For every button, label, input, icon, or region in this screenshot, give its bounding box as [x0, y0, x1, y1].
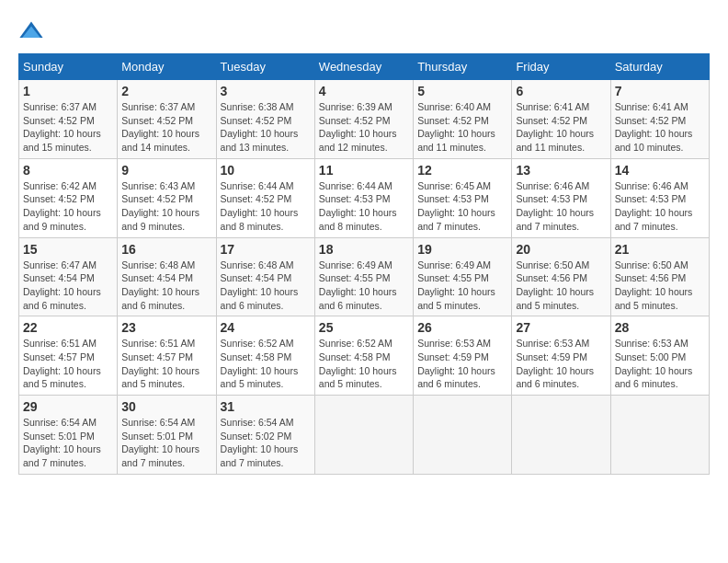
- calendar-cell: 29 Sunrise: 6:54 AMSunset: 5:01 PMDaylig…: [19, 396, 118, 475]
- day-number: 17: [221, 242, 311, 257]
- day-number: 16: [121, 242, 211, 257]
- day-number: 10: [221, 163, 311, 178]
- day-number: 7: [615, 84, 705, 98]
- calendar-table: SundayMondayTuesdayWednesdayThursdayFrid…: [18, 53, 710, 475]
- calendar-cell: 10 Sunrise: 6:44 AMSunset: 4:52 PMDaylig…: [216, 158, 314, 237]
- calendar-cell: 20 Sunrise: 6:50 AMSunset: 4:56 PMDaylig…: [512, 237, 610, 316]
- day-number: 28: [615, 320, 705, 335]
- calendar-cell: [512, 396, 610, 475]
- day-detail: Sunrise: 6:53 AMSunset: 5:00 PMDaylight:…: [615, 338, 693, 389]
- calendar-header: SundayMondayTuesdayWednesdayThursdayFrid…: [19, 54, 710, 80]
- calendar-cell: 5 Sunrise: 6:40 AMSunset: 4:52 PMDayligh…: [414, 80, 512, 159]
- calendar-cell: 26 Sunrise: 6:53 AMSunset: 4:59 PMDaylig…: [414, 316, 512, 396]
- day-detail: Sunrise: 6:42 AMSunset: 4:52 PMDaylight:…: [23, 180, 101, 232]
- day-number: 14: [615, 163, 705, 178]
- day-detail: Sunrise: 6:50 AMSunset: 4:56 PMDaylight:…: [615, 259, 693, 311]
- calendar-cell: 31 Sunrise: 6:54 AMSunset: 5:02 PMDaylig…: [216, 396, 314, 475]
- day-number: 27: [516, 320, 606, 335]
- calendar-cell: 1 Sunrise: 6:37 AMSunset: 4:52 PMDayligh…: [19, 80, 118, 159]
- day-number: 4: [319, 84, 409, 98]
- day-detail: Sunrise: 6:37 AMSunset: 4:52 PMDaylight:…: [23, 101, 101, 153]
- calendar-cell: 28 Sunrise: 6:53 AMSunset: 5:00 PMDaylig…: [610, 316, 709, 396]
- day-detail: Sunrise: 6:37 AMSunset: 4:52 PMDaylight:…: [121, 101, 199, 153]
- calendar-cell: 4 Sunrise: 6:39 AMSunset: 4:52 PMDayligh…: [314, 80, 413, 159]
- logo-icon: [18, 18, 44, 44]
- day-number: 15: [23, 242, 113, 257]
- calendar-week: 22 Sunrise: 6:51 AMSunset: 4:57 PMDaylig…: [19, 316, 710, 396]
- day-detail: Sunrise: 6:41 AMSunset: 4:52 PMDaylight:…: [615, 101, 693, 153]
- weekday-header: Monday: [118, 54, 216, 80]
- day-detail: Sunrise: 6:54 AMSunset: 5:01 PMDaylight:…: [121, 417, 199, 468]
- weekday-header: Friday: [512, 54, 610, 80]
- day-number: 23: [121, 320, 211, 335]
- calendar-cell: 16 Sunrise: 6:48 AMSunset: 4:54 PMDaylig…: [118, 237, 216, 316]
- calendar-cell: 19 Sunrise: 6:49 AMSunset: 4:55 PMDaylig…: [414, 237, 512, 316]
- day-detail: Sunrise: 6:48 AMSunset: 4:54 PMDaylight:…: [121, 259, 199, 311]
- calendar-cell: 15 Sunrise: 6:47 AMSunset: 4:54 PMDaylig…: [19, 237, 118, 316]
- day-detail: Sunrise: 6:51 AMSunset: 4:57 PMDaylight:…: [121, 338, 199, 389]
- calendar-cell: 13 Sunrise: 6:46 AMSunset: 4:53 PMDaylig…: [512, 158, 610, 237]
- calendar-cell: 25 Sunrise: 6:52 AMSunset: 4:58 PMDaylig…: [314, 316, 413, 396]
- day-number: 30: [121, 399, 211, 414]
- calendar-cell: 14 Sunrise: 6:46 AMSunset: 4:53 PMDaylig…: [610, 158, 709, 237]
- day-number: 24: [221, 320, 311, 335]
- day-number: 21: [615, 242, 705, 257]
- day-detail: Sunrise: 6:50 AMSunset: 4:56 PMDaylight:…: [516, 259, 594, 311]
- calendar-cell: 24 Sunrise: 6:52 AMSunset: 4:58 PMDaylig…: [216, 316, 314, 396]
- day-number: 26: [417, 320, 507, 335]
- day-detail: Sunrise: 6:44 AMSunset: 4:53 PMDaylight:…: [319, 180, 397, 232]
- calendar-cell: [610, 396, 709, 475]
- day-number: 31: [221, 399, 311, 414]
- day-number: 2: [121, 84, 211, 98]
- weekday-header: Saturday: [610, 54, 709, 80]
- calendar-cell: 30 Sunrise: 6:54 AMSunset: 5:01 PMDaylig…: [118, 396, 216, 475]
- day-number: 3: [221, 84, 311, 98]
- calendar-cell: [314, 396, 413, 475]
- day-detail: Sunrise: 6:46 AMSunset: 4:53 PMDaylight:…: [516, 180, 594, 232]
- day-detail: Sunrise: 6:49 AMSunset: 4:55 PMDaylight:…: [417, 259, 495, 311]
- calendar-cell: 22 Sunrise: 6:51 AMSunset: 4:57 PMDaylig…: [19, 316, 118, 396]
- calendar-week: 15 Sunrise: 6:47 AMSunset: 4:54 PMDaylig…: [19, 237, 710, 316]
- calendar-cell: 12 Sunrise: 6:45 AMSunset: 4:53 PMDaylig…: [414, 158, 512, 237]
- calendar-cell: 2 Sunrise: 6:37 AMSunset: 4:52 PMDayligh…: [118, 80, 216, 159]
- weekday-header: Tuesday: [216, 54, 314, 80]
- calendar-cell: 8 Sunrise: 6:42 AMSunset: 4:52 PMDayligh…: [19, 158, 118, 237]
- day-detail: Sunrise: 6:52 AMSunset: 4:58 PMDaylight:…: [221, 338, 299, 389]
- day-number: 18: [319, 242, 409, 257]
- weekday-header: Wednesday: [314, 54, 413, 80]
- day-number: 11: [319, 163, 409, 178]
- day-detail: Sunrise: 6:48 AMSunset: 4:54 PMDaylight:…: [221, 259, 299, 311]
- day-number: 20: [516, 242, 606, 257]
- day-detail: Sunrise: 6:52 AMSunset: 4:58 PMDaylight:…: [319, 338, 397, 389]
- day-number: 9: [121, 163, 211, 178]
- weekday-header: Thursday: [414, 54, 512, 80]
- day-detail: Sunrise: 6:38 AMSunset: 4:52 PMDaylight:…: [221, 101, 299, 153]
- day-number: 5: [417, 84, 507, 98]
- calendar-cell: 21 Sunrise: 6:50 AMSunset: 4:56 PMDaylig…: [610, 237, 709, 316]
- day-number: 1: [23, 84, 113, 98]
- day-number: 29: [23, 399, 113, 414]
- day-number: 8: [23, 163, 113, 178]
- day-detail: Sunrise: 6:46 AMSunset: 4:53 PMDaylight:…: [615, 180, 693, 232]
- day-number: 25: [319, 320, 409, 335]
- day-detail: Sunrise: 6:45 AMSunset: 4:53 PMDaylight:…: [417, 180, 495, 232]
- day-detail: Sunrise: 6:54 AMSunset: 5:02 PMDaylight:…: [221, 417, 299, 468]
- day-number: 13: [516, 163, 606, 178]
- day-number: 12: [417, 163, 507, 178]
- calendar-cell: 6 Sunrise: 6:41 AMSunset: 4:52 PMDayligh…: [512, 80, 610, 159]
- weekday-header: Sunday: [19, 54, 118, 80]
- calendar-cell: 18 Sunrise: 6:49 AMSunset: 4:55 PMDaylig…: [314, 237, 413, 316]
- day-detail: Sunrise: 6:41 AMSunset: 4:52 PMDaylight:…: [516, 101, 594, 153]
- page-header: [18, 18, 710, 44]
- day-detail: Sunrise: 6:54 AMSunset: 5:01 PMDaylight:…: [23, 417, 101, 468]
- day-detail: Sunrise: 6:39 AMSunset: 4:52 PMDaylight:…: [319, 101, 397, 153]
- calendar-cell: [414, 396, 512, 475]
- day-number: 6: [516, 84, 606, 98]
- calendar-cell: 9 Sunrise: 6:43 AMSunset: 4:52 PMDayligh…: [118, 158, 216, 237]
- day-detail: Sunrise: 6:53 AMSunset: 4:59 PMDaylight:…: [417, 338, 495, 389]
- day-detail: Sunrise: 6:49 AMSunset: 4:55 PMDaylight:…: [319, 259, 397, 311]
- day-detail: Sunrise: 6:47 AMSunset: 4:54 PMDaylight:…: [23, 259, 101, 311]
- calendar-cell: 27 Sunrise: 6:53 AMSunset: 4:59 PMDaylig…: [512, 316, 610, 396]
- calendar-week: 29 Sunrise: 6:54 AMSunset: 5:01 PMDaylig…: [19, 396, 710, 475]
- day-number: 19: [417, 242, 507, 257]
